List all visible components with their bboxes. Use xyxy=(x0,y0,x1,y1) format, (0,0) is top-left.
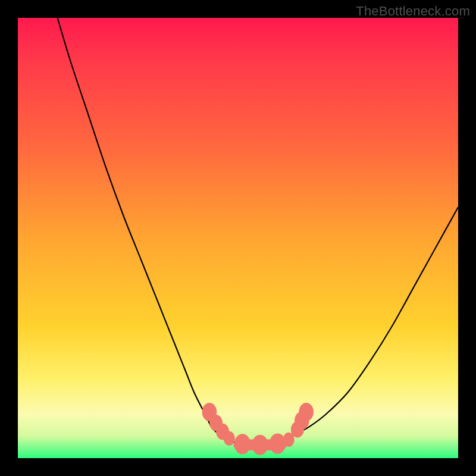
marker-point xyxy=(234,434,250,454)
plot-area xyxy=(18,18,458,458)
marker-point xyxy=(299,403,314,421)
marker-group xyxy=(202,403,314,455)
marker-point xyxy=(270,434,286,454)
curve-paths xyxy=(58,18,458,446)
watermark-text: TheBottleneck.com xyxy=(356,4,470,19)
marker-point xyxy=(224,431,235,446)
marker-point xyxy=(252,435,268,455)
curve-right-branch xyxy=(300,207,458,431)
curve-left-branch xyxy=(58,18,216,432)
curve-svg xyxy=(18,18,458,458)
outer-frame: TheBottleneck.com xyxy=(0,0,476,476)
